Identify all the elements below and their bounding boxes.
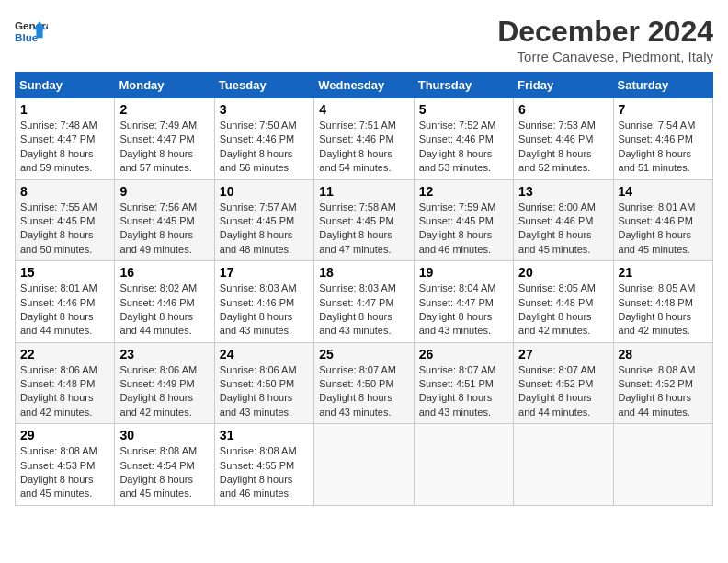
- calendar-cell: 4 Sunrise: 7:51 AMSunset: 4:46 PMDayligh…: [314, 98, 414, 180]
- calendar-cell: [613, 424, 712, 506]
- calendar-cell: 12 Sunrise: 7:59 AMSunset: 4:45 PMDaylig…: [414, 179, 513, 261]
- day-number: 4: [319, 102, 408, 117]
- day-number: 18: [319, 265, 408, 280]
- calendar-cell: 9 Sunrise: 7:56 AMSunset: 4:45 PMDayligh…: [115, 179, 214, 261]
- calendar-cell: 31 Sunrise: 8:08 AMSunset: 4:55 PMDaylig…: [214, 424, 313, 506]
- day-number: 14: [619, 184, 708, 199]
- month-title: December 2024: [497, 15, 713, 49]
- day-info: Sunrise: 7:48 AMSunset: 4:47 PMDaylight …: [20, 119, 109, 176]
- day-info: Sunrise: 8:02 AMSunset: 4:46 PMDaylight …: [119, 282, 209, 339]
- weekday-header-saturday: Saturday: [613, 73, 712, 98]
- calendar-cell: 25 Sunrise: 8:07 AMSunset: 4:50 PMDaylig…: [314, 342, 414, 424]
- day-number: 21: [619, 265, 708, 280]
- day-info: Sunrise: 7:59 AMSunset: 4:45 PMDaylight …: [419, 201, 508, 258]
- calendar-cell: [314, 424, 414, 506]
- day-info: Sunrise: 8:07 AMSunset: 4:51 PMDaylight …: [419, 363, 508, 420]
- weekday-header-sunday: Sunday: [16, 73, 115, 98]
- day-info: Sunrise: 8:05 AMSunset: 4:48 PMDaylight …: [619, 282, 708, 339]
- weekday-header-friday: Friday: [514, 73, 613, 98]
- day-number: 30: [119, 428, 209, 442]
- calendar-cell: 8 Sunrise: 7:55 AMSunset: 4:45 PMDayligh…: [16, 179, 115, 261]
- weekday-header-thursday: Thursday: [414, 73, 513, 98]
- day-number: 2: [119, 102, 209, 117]
- calendar-cell: 13 Sunrise: 8:00 AMSunset: 4:46 PMDaylig…: [514, 179, 613, 261]
- day-number: 15: [20, 265, 109, 280]
- day-info: Sunrise: 8:08 AMSunset: 4:54 PMDaylight …: [119, 444, 209, 501]
- calendar-cell: 20 Sunrise: 8:05 AMSunset: 4:48 PMDaylig…: [514, 261, 613, 343]
- day-number: 29: [20, 428, 109, 442]
- day-number: 25: [319, 347, 408, 362]
- day-info: Sunrise: 8:06 AMSunset: 4:48 PMDaylight …: [20, 363, 109, 420]
- day-info: Sunrise: 8:07 AMSunset: 4:52 PMDaylight …: [518, 363, 608, 420]
- calendar-cell: 19 Sunrise: 8:04 AMSunset: 4:47 PMDaylig…: [414, 261, 513, 343]
- day-info: Sunrise: 8:08 AMSunset: 4:53 PMDaylight …: [20, 444, 109, 501]
- calendar-cell: 10 Sunrise: 7:57 AMSunset: 4:45 PMDaylig…: [214, 179, 313, 261]
- day-number: 7: [619, 102, 708, 117]
- day-info: Sunrise: 8:01 AMSunset: 4:46 PMDaylight …: [619, 201, 708, 258]
- day-info: Sunrise: 8:03 AMSunset: 4:47 PMDaylight …: [319, 282, 408, 339]
- day-number: 22: [20, 347, 109, 362]
- day-info: Sunrise: 8:08 AMSunset: 4:55 PMDaylight …: [220, 444, 309, 501]
- day-info: Sunrise: 8:08 AMSunset: 4:52 PMDaylight …: [619, 363, 708, 420]
- weekday-header-tuesday: Tuesday: [214, 73, 313, 98]
- day-number: 8: [20, 184, 109, 199]
- logo: General Blue: [15, 15, 48, 48]
- day-number: 3: [220, 102, 309, 117]
- day-number: 9: [119, 184, 209, 199]
- logo-icon: General Blue: [15, 15, 48, 48]
- day-number: 11: [319, 184, 408, 199]
- day-info: Sunrise: 7:51 AMSunset: 4:46 PMDaylight …: [319, 119, 408, 176]
- day-number: 19: [419, 265, 508, 280]
- location-title: Torre Canavese, Piedmont, Italy: [497, 49, 713, 64]
- calendar-cell: 15 Sunrise: 8:01 AMSunset: 4:46 PMDaylig…: [16, 261, 115, 343]
- calendar-cell: 23 Sunrise: 8:06 AMSunset: 4:49 PMDaylig…: [115, 342, 214, 424]
- calendar-cell: 17 Sunrise: 8:03 AMSunset: 4:46 PMDaylig…: [214, 261, 313, 343]
- calendar-table: SundayMondayTuesdayWednesdayThursdayFrid…: [15, 72, 713, 506]
- day-number: 6: [518, 102, 608, 117]
- day-number: 13: [518, 184, 608, 199]
- calendar-cell: [414, 424, 513, 506]
- day-info: Sunrise: 8:05 AMSunset: 4:48 PMDaylight …: [518, 282, 608, 339]
- day-number: 20: [518, 265, 608, 280]
- day-info: Sunrise: 8:03 AMSunset: 4:46 PMDaylight …: [220, 282, 309, 339]
- day-number: 16: [119, 265, 209, 280]
- calendar-cell: 30 Sunrise: 8:08 AMSunset: 4:54 PMDaylig…: [115, 424, 214, 506]
- day-number: 10: [220, 184, 309, 199]
- calendar-cell: [514, 424, 613, 506]
- day-number: 23: [119, 347, 209, 362]
- day-info: Sunrise: 7:50 AMSunset: 4:46 PMDaylight …: [220, 119, 309, 176]
- calendar-cell: 3 Sunrise: 7:50 AMSunset: 4:46 PMDayligh…: [214, 98, 313, 180]
- calendar-cell: 27 Sunrise: 8:07 AMSunset: 4:52 PMDaylig…: [514, 342, 613, 424]
- calendar-cell: 28 Sunrise: 8:08 AMSunset: 4:52 PMDaylig…: [613, 342, 712, 424]
- day-number: 28: [619, 347, 708, 362]
- svg-text:Blue: Blue: [15, 31, 39, 43]
- calendar-cell: 7 Sunrise: 7:54 AMSunset: 4:46 PMDayligh…: [613, 98, 712, 180]
- day-info: Sunrise: 7:53 AMSunset: 4:46 PMDaylight …: [518, 119, 608, 176]
- day-info: Sunrise: 8:01 AMSunset: 4:46 PMDaylight …: [20, 282, 109, 339]
- day-number: 26: [419, 347, 508, 362]
- calendar-cell: 26 Sunrise: 8:07 AMSunset: 4:51 PMDaylig…: [414, 342, 513, 424]
- calendar-cell: 21 Sunrise: 8:05 AMSunset: 4:48 PMDaylig…: [613, 261, 712, 343]
- day-info: Sunrise: 7:54 AMSunset: 4:46 PMDaylight …: [619, 119, 708, 176]
- day-info: Sunrise: 8:06 AMSunset: 4:50 PMDaylight …: [220, 363, 309, 420]
- day-info: Sunrise: 7:55 AMSunset: 4:45 PMDaylight …: [20, 201, 109, 258]
- day-info: Sunrise: 8:04 AMSunset: 4:47 PMDaylight …: [419, 282, 508, 339]
- calendar-cell: 18 Sunrise: 8:03 AMSunset: 4:47 PMDaylig…: [314, 261, 414, 343]
- calendar-cell: 2 Sunrise: 7:49 AMSunset: 4:47 PMDayligh…: [115, 98, 214, 180]
- day-info: Sunrise: 7:57 AMSunset: 4:45 PMDaylight …: [220, 201, 309, 258]
- day-info: Sunrise: 7:56 AMSunset: 4:45 PMDaylight …: [119, 201, 209, 258]
- calendar-cell: 29 Sunrise: 8:08 AMSunset: 4:53 PMDaylig…: [16, 424, 115, 506]
- day-number: 27: [518, 347, 608, 362]
- day-info: Sunrise: 7:58 AMSunset: 4:45 PMDaylight …: [319, 201, 408, 258]
- calendar-cell: 5 Sunrise: 7:52 AMSunset: 4:46 PMDayligh…: [414, 98, 513, 180]
- calendar-cell: 16 Sunrise: 8:02 AMSunset: 4:46 PMDaylig…: [115, 261, 214, 343]
- day-info: Sunrise: 7:52 AMSunset: 4:46 PMDaylight …: [419, 119, 508, 176]
- day-number: 24: [220, 347, 309, 362]
- day-number: 12: [419, 184, 508, 199]
- calendar-cell: 24 Sunrise: 8:06 AMSunset: 4:50 PMDaylig…: [214, 342, 313, 424]
- day-number: 31: [220, 428, 309, 442]
- day-info: Sunrise: 8:06 AMSunset: 4:49 PMDaylight …: [119, 363, 209, 420]
- calendar-cell: 6 Sunrise: 7:53 AMSunset: 4:46 PMDayligh…: [514, 98, 613, 180]
- calendar-cell: 22 Sunrise: 8:06 AMSunset: 4:48 PMDaylig…: [16, 342, 115, 424]
- weekday-header-monday: Monday: [115, 73, 214, 98]
